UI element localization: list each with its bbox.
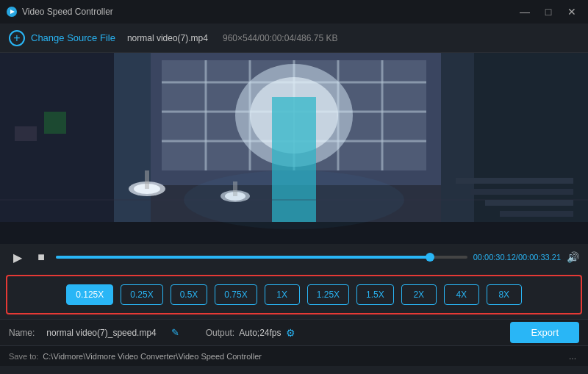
speed-button-025x[interactable]: 0.25X — [121, 284, 162, 305]
title-controls: — □ ✕ — [514, 4, 582, 19]
bottom-bar: Name: normal video(7)_speed.mp4 ✎ Output… — [0, 319, 588, 345]
svg-rect-32 — [15, 126, 37, 141]
svg-rect-33 — [44, 112, 66, 134]
progress-thumb — [426, 253, 434, 262]
speed-button-1x[interactable]: 1X — [265, 284, 300, 305]
volume-icon[interactable]: 🔊 — [567, 251, 579, 263]
scene-art — [0, 53, 588, 244]
speed-button-15x[interactable]: 1.5X — [356, 284, 394, 305]
edit-icon[interactable]: ✎ — [171, 327, 179, 338]
title-left: Video Speed Controller — [6, 6, 113, 18]
output-label: Output: — [206, 328, 234, 338]
maximize-button[interactable]: □ — [538, 4, 559, 19]
settings-icon[interactable]: ⚙ — [286, 327, 295, 339]
svg-rect-30 — [485, 200, 573, 206]
browse-button[interactable]: ... — [566, 351, 579, 362]
save-to-label: Save to: — [9, 352, 38, 361]
stop-button[interactable]: ■ — [32, 248, 50, 266]
svg-rect-31 — [500, 211, 573, 217]
speed-button-0125x[interactable]: 0.125X — [66, 284, 113, 305]
progress-bar[interactable] — [56, 256, 467, 259]
toolbar: + Change Source File normal video(7).mp4… — [0, 24, 588, 53]
save-bar: Save to: C:\Vidmore\Vidmore Video Conver… — [0, 345, 588, 366]
svg-rect-28 — [456, 178, 573, 184]
change-source-button[interactable]: Change Source File — [31, 32, 115, 43]
save-path: C:\Vidmore\Vidmore Video Converter\Video… — [43, 352, 562, 361]
progress-fill — [56, 256, 430, 259]
video-preview — [0, 53, 588, 244]
minimize-button[interactable]: — — [514, 4, 535, 19]
file-info: 960×544/00:00:04/486.75 KB — [223, 33, 337, 43]
speed-button-05x[interactable]: 0.5X — [171, 284, 208, 305]
play-button[interactable]: ▶ — [9, 248, 26, 266]
speed-button-125x[interactable]: 1.25X — [307, 284, 349, 305]
speed-controls-wrapper: 0.125X0.25X0.5X0.75X1X1.25X1.5X2X4X8X — [0, 270, 588, 319]
svg-rect-18 — [441, 53, 474, 244]
speed-button-8x[interactable]: 8X — [487, 284, 522, 305]
speed-button-4x[interactable]: 4X — [444, 284, 479, 305]
title-text: Video Speed Controller — [22, 7, 113, 17]
svg-rect-29 — [470, 189, 573, 195]
app-icon — [6, 6, 18, 18]
svg-rect-16 — [114, 53, 151, 244]
speed-button-075x[interactable]: 0.75X — [215, 284, 257, 305]
file-name: normal video(7).mp4 — [127, 33, 208, 43]
svg-point-34 — [184, 170, 404, 229]
playback-controls: ▶ ■ 00:00:30.12/00:00:33.21 🔊 — [0, 244, 588, 270]
svg-rect-23 — [145, 170, 149, 189]
add-file-icon[interactable]: + — [9, 30, 25, 46]
name-label: Name: — [9, 328, 35, 338]
speed-button-2x[interactable]: 2X — [401, 284, 437, 305]
output-file-name: normal video(7)_speed.mp4 — [46, 328, 156, 338]
close-button[interactable]: ✕ — [562, 4, 582, 19]
export-button[interactable]: Export — [510, 322, 579, 343]
speed-controls: 0.125X0.25X0.5X0.75X1X1.25X1.5X2X4X8X — [6, 275, 582, 314]
time-display: 00:00:30.12/00:00:33.21 — [473, 253, 561, 262]
output-value: Auto;24fps — [239, 328, 281, 338]
title-bar: Video Speed Controller — □ ✕ — [0, 0, 588, 24]
output-section: Output: Auto;24fps ⚙ — [206, 327, 295, 339]
